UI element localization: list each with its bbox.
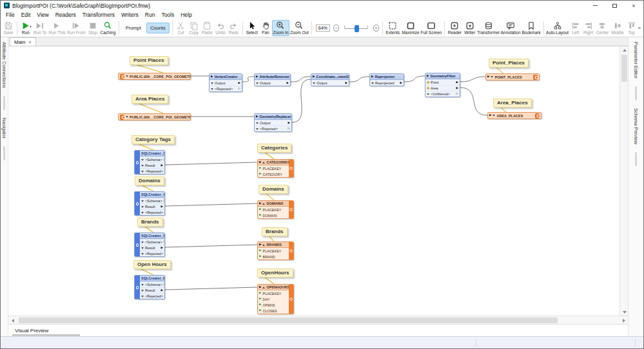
menu-item-run[interactable]: Run	[142, 12, 159, 18]
transformer-node-reprojector[interactable]: ▶ReprojectorReprojected▶	[369, 73, 404, 86]
transformer-node-vertexcreator[interactable]: ▶VertexCreatorOutput▶<Rejected>▷	[209, 73, 242, 92]
toolbar-button-maximize[interactable]: Maximize	[401, 20, 420, 36]
menu-item-transformers[interactable]: Transformers	[79, 12, 118, 18]
vertical-scroll-thumb[interactable]	[621, 55, 627, 82]
menu-item-help[interactable]: Help	[177, 12, 195, 18]
tab-close-icon[interactable]: ×	[28, 39, 31, 45]
port-row-result[interactable]: Result▶	[140, 162, 164, 168]
port-row-brand[interactable]: ▶BRAND	[258, 254, 289, 259]
toolbar-button-bookmark[interactable]: Bookmark	[521, 20, 541, 36]
zoom-level-input[interactable]: 64%	[316, 24, 330, 32]
connection-line[interactable]	[292, 79, 311, 122]
toolbar-button-counts[interactable]: Counts	[146, 23, 170, 33]
toolbar-button-save[interactable]: Save	[2, 20, 15, 36]
port-row-placekey[interactable]: ▶PLACEKEY	[258, 290, 289, 296]
port-row-area[interactable]: Area▶	[425, 85, 460, 91]
toolbar-button-annotation[interactable]: Annotation	[500, 20, 522, 36]
annotation-point-places[interactable]: Point_Places	[489, 59, 529, 68]
port-row-schema[interactable]: <Schema>▷	[140, 239, 164, 245]
toolbar-button-middle[interactable]: Middle	[610, 20, 625, 36]
toolbar-button-extents[interactable]: Extents	[385, 20, 401, 36]
toolbar-button-zoom-in[interactable]: Zoom In	[272, 20, 289, 36]
port-row-closes[interactable]: ▶CLOSES	[258, 308, 289, 314]
sqlcreator-node-sqlcreator-3[interactable]: SQLCreator_3<Schema>▷Result▶<Rejected>▷	[134, 150, 165, 174]
port-row-unfiltered[interactable]: <Unfiltered>▷	[425, 91, 460, 97]
toolbar-button-pan[interactable]: Pan	[259, 20, 272, 36]
connection-line[interactable]	[404, 76, 425, 82]
toolbar-button-zoom-out[interactable]: Zoom Out	[289, 20, 309, 36]
sidebar-tab-navigator[interactable]: Navigator	[1, 113, 7, 143]
writer-node-brands[interactable]: ▶BRANDS▶PLACEKEY▶BRAND	[257, 241, 294, 260]
toolbar-button-auto-layout[interactable]: Auto-Layout	[546, 20, 569, 36]
port-row-day[interactable]: ▶DAY	[258, 296, 289, 302]
annotation-domains[interactable]: Domains	[135, 176, 164, 185]
connection-line[interactable]	[291, 77, 311, 82]
writer-node-openhours[interactable]: ▶OPENHOURS▶PLACEKEY▶DAY▶OPENS▶CLOSES	[257, 284, 294, 314]
toolbar-overflow-button[interactable]: »	[638, 25, 642, 31]
toolbar-button-center[interactable]: Center	[595, 20, 610, 36]
annotation-point-places[interactable]: Point Places	[130, 56, 168, 65]
port-row-rejected[interactable]: <Rejected>▷	[140, 250, 164, 256]
toolbar-button-transformer[interactable]: Transformer	[477, 20, 500, 36]
connection-line[interactable]	[460, 77, 485, 82]
toolbar-button-run[interactable]: Run▾	[19, 20, 32, 36]
port-row-output[interactable]: Output▶	[210, 80, 242, 86]
toolbar-button-run-to[interactable]: Run To	[32, 20, 48, 36]
zoom-minus-button[interactable]: −	[333, 24, 339, 32]
menu-item-edit[interactable]: Edit	[18, 12, 34, 18]
annotation-domains[interactable]: Domains	[259, 185, 288, 194]
port-row-opens[interactable]: ▶OPENS	[258, 302, 289, 308]
port-row-output[interactable]: Output▶	[255, 120, 291, 126]
port-row-output[interactable]: Output▶	[255, 80, 290, 86]
annotation-openhours[interactable]: OpenHours	[257, 269, 293, 278]
zoom-slider[interactable]	[342, 24, 371, 33]
tab-visual-preview[interactable]: Visual Preview	[15, 328, 48, 334]
zoom-slider-handle[interactable]	[355, 25, 359, 32]
sidebar-tab-schema-preview[interactable]: Schema Preview	[633, 104, 639, 149]
writer-node-domains[interactable]: ▶DOMAINS▶PLACEKEY▶DOMAIN	[257, 200, 294, 219]
menu-item-writers[interactable]: Writers	[118, 12, 142, 18]
vertical-scrollbar[interactable]	[620, 46, 628, 316]
scroll-down-arrow[interactable]	[620, 308, 629, 316]
toolbar-button-reader[interactable]: Reader	[447, 20, 463, 36]
port-row-rejected[interactable]: <Rejected>▷	[140, 168, 164, 174]
port-row-result[interactable]: Result▶	[140, 203, 164, 209]
toolbar-button-cut[interactable]: Cut	[174, 20, 187, 36]
connection-line[interactable]	[460, 88, 487, 115]
annotation-area-places[interactable]: Area_Places	[493, 99, 532, 108]
toolbar-button-full-screen[interactable]: Full Screen	[420, 20, 442, 36]
port-row-placekey[interactable]: ▶PLACEKEY	[258, 207, 289, 212]
sqlcreator-node-sqlcreator-6[interactable]: SQLCreator_6<Schema>▷Result▶<Rejected>▷	[134, 275, 165, 299]
annotation-categories[interactable]: Categories	[257, 144, 291, 153]
annotation-area-places[interactable]: Area Places	[132, 95, 168, 104]
workflow-canvas[interactable]: Point PlacesArea PlacesCategory TagsCate…	[8, 46, 620, 316]
port-row-category[interactable]: ▶CATEGORY	[258, 171, 289, 177]
port-row-domain[interactable]: ▶DOMAIN	[258, 212, 289, 218]
toolbar-button-run-from[interactable]: Run From	[66, 20, 86, 36]
writer-node-point-places[interactable]: ▶POINT_PLACES	[485, 73, 540, 80]
port-row-result[interactable]: Result▶	[140, 287, 164, 293]
port-row-reprojected[interactable]: Reprojected▶	[370, 80, 404, 86]
port-row-output[interactable]: Output▶	[311, 80, 349, 86]
connection-line[interactable]	[165, 245, 257, 247]
port-row-placekey[interactable]: ▶PLACEKEY	[258, 165, 289, 171]
menu-item-view[interactable]: View	[34, 12, 52, 18]
reader-node-public-929-core-poi-geometry[interactable]: PUBLIC.929__CORE_POI_GEOMETRY▶	[118, 113, 191, 120]
toolbar-button-run-this[interactable]: Run This	[48, 20, 66, 36]
menu-item-tools[interactable]: Tools	[158, 12, 177, 18]
toolbar-button-paste[interactable]: Paste	[200, 20, 214, 36]
port-row-schema[interactable]: <Schema>▷	[140, 281, 164, 287]
toolbar-button-writer[interactable]: Writer	[463, 20, 477, 36]
connection-line[interactable]	[242, 77, 254, 82]
menu-item-file[interactable]: File	[3, 12, 18, 18]
port-row-point[interactable]: Point▶	[425, 79, 460, 85]
transformer-node-attributeremover[interactable]: ▶AttributeRemoverOutput▶	[254, 73, 291, 86]
scroll-up-arrow[interactable]	[620, 46, 629, 53]
transformer-node-geometryreplacer[interactable]: ▶GeometryReplacerOutput▶<Rejected>▷	[254, 113, 292, 132]
toolbar-button-stop[interactable]: Stop	[86, 20, 99, 36]
port-row-result[interactable]: Result▶	[140, 245, 164, 250]
toolbar-button-caching[interactable]: Caching	[99, 20, 117, 36]
sqlcreator-node-sqlcreator-4[interactable]: SQLCreator_4<Schema>▷Result▶<Rejected>▷	[134, 191, 165, 216]
sidebar-tab-attribute-connections[interactable]: Attribute Connections	[1, 37, 7, 93]
toolbar-button-right[interactable]: Right	[582, 20, 595, 36]
